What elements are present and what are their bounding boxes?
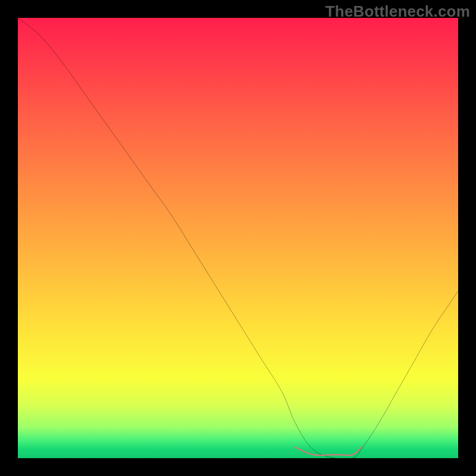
highlight-band [295,447,361,456]
metric-curve [18,18,458,458]
chart-frame: TheBottleneck.com [0,0,476,476]
plot-area [18,18,458,458]
chart-svg [18,18,458,458]
